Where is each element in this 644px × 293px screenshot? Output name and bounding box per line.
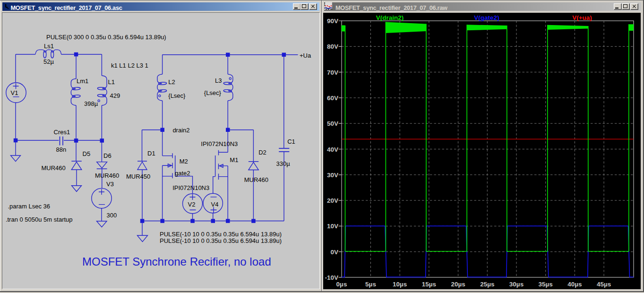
svg-text:10µs: 10µs bbox=[393, 281, 407, 288]
svg-text:398µ: 398µ bbox=[84, 100, 98, 107]
svg-text:M1: M1 bbox=[230, 156, 238, 164]
svg-text:429: 429 bbox=[110, 92, 120, 99]
svg-text:V4: V4 bbox=[211, 201, 219, 208]
svg-text:Cres1: Cres1 bbox=[54, 129, 70, 136]
svg-text:MUR460: MUR460 bbox=[244, 176, 268, 183]
svg-text:35µs: 35µs bbox=[539, 281, 553, 288]
svg-text:{Lsec}: {Lsec} bbox=[204, 89, 222, 96]
svg-text:300: 300 bbox=[107, 212, 117, 219]
svg-text:80V: 80V bbox=[327, 43, 338, 50]
svg-text:52µ: 52µ bbox=[43, 58, 54, 65]
svg-text:V3: V3 bbox=[106, 181, 114, 188]
svg-text:PULSE(-10 10 0 0.35u 0.35u 6.5: PULSE(-10 10 0 0.35u 0.35u 6.594u 13.89u… bbox=[160, 237, 282, 244]
svg-text:L1: L1 bbox=[108, 78, 115, 86]
svg-text:V2: V2 bbox=[188, 201, 196, 208]
svg-text:330µ: 330µ bbox=[276, 160, 291, 167]
svg-text:L3: L3 bbox=[215, 77, 222, 84]
svg-text:70V: 70V bbox=[327, 69, 338, 76]
svg-text:20µs: 20µs bbox=[451, 281, 465, 288]
svg-text:30V: 30V bbox=[327, 172, 338, 179]
svg-text:M2: M2 bbox=[180, 158, 188, 165]
svg-text:25µs: 25µs bbox=[480, 281, 494, 288]
svg-text:D5: D5 bbox=[83, 150, 91, 157]
svg-text:40µs: 40µs bbox=[567, 281, 582, 288]
svg-text:IPI072N10N3: IPI072N10N3 bbox=[172, 184, 209, 191]
svg-text:MUR460: MUR460 bbox=[95, 172, 119, 179]
svg-text:60V: 60V bbox=[327, 95, 338, 102]
svg-text:88n: 88n bbox=[56, 146, 67, 153]
svg-text:.param Lsec 36: .param Lsec 36 bbox=[8, 203, 50, 210]
svg-text:L2: L2 bbox=[168, 78, 175, 86]
svg-text:50V: 50V bbox=[327, 120, 338, 127]
svg-text:MOSFET Synchrone Recifier, no: MOSFET Synchrone Recifier, no load bbox=[82, 255, 271, 268]
svg-text:gate2: gate2 bbox=[175, 170, 190, 177]
svg-text:.tran 0 5050u 5m startup: .tran 0 5050u 5m startup bbox=[6, 216, 73, 223]
svg-text:5µs: 5µs bbox=[365, 281, 376, 288]
svg-text:D6: D6 bbox=[103, 152, 112, 159]
svg-text:10V: 10V bbox=[327, 223, 338, 230]
svg-text:MUR460: MUR460 bbox=[42, 164, 66, 172]
svg-text:D1: D1 bbox=[147, 150, 155, 157]
svg-text:drain2: drain2 bbox=[172, 127, 189, 134]
svg-text:k1 L1 L2 L3 1: k1 L1 L2 L3 1 bbox=[111, 62, 148, 69]
svg-text:40V: 40V bbox=[327, 146, 338, 153]
svg-text:30µs: 30µs bbox=[509, 281, 524, 288]
svg-text:V(drain2): V(drain2) bbox=[376, 14, 404, 21]
svg-text:45µs: 45µs bbox=[597, 281, 611, 288]
svg-text:MUR450: MUR450 bbox=[126, 173, 150, 180]
svg-text:V1: V1 bbox=[11, 89, 18, 96]
svg-text:PULSE(-10 10 0 0.35u 0.35u 6.5: PULSE(-10 10 0 0.35u 0.35u 6.594u 13.89u… bbox=[160, 231, 282, 238]
svg-text:PULSE(0 300 0 0.35u 0.35u 6.59: PULSE(0 300 0 0.35u 0.35u 6.594u 13.89u) bbox=[46, 34, 166, 41]
svg-text:{Lsec}: {Lsec} bbox=[168, 92, 186, 99]
svg-text:V(gate2): V(gate2) bbox=[474, 14, 499, 21]
svg-text:IPI072N10N3: IPI072N10N3 bbox=[201, 140, 238, 147]
svg-text:0V: 0V bbox=[330, 249, 338, 256]
svg-text:C1: C1 bbox=[287, 138, 295, 145]
svg-text:0µs: 0µs bbox=[336, 281, 347, 288]
svg-text:Lm1: Lm1 bbox=[77, 78, 88, 85]
svg-text:Ls1: Ls1 bbox=[44, 43, 54, 50]
svg-text:+Ua: +Ua bbox=[300, 52, 311, 59]
svg-text:V(+ua): V(+ua) bbox=[572, 14, 592, 21]
svg-text:20V: 20V bbox=[327, 197, 338, 204]
svg-text:90V: 90V bbox=[327, 17, 338, 25]
svg-text:D2: D2 bbox=[258, 149, 266, 156]
svg-text:15µs: 15µs bbox=[422, 281, 436, 288]
